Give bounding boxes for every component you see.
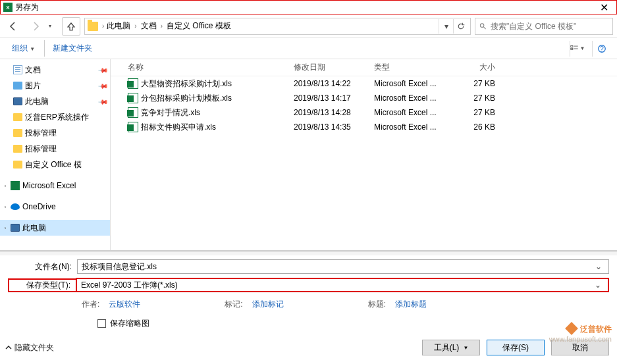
cancel-button[interactable]: 取消 — [551, 340, 609, 355]
file-name: 招标文件购买申请.xls — [141, 122, 216, 133]
thumbnail-row: 保存缩略图 — [8, 317, 609, 336]
folder-icon — [13, 129, 22, 137]
chevron-right-icon[interactable]: › — [3, 225, 8, 231]
up-button[interactable] — [62, 17, 80, 36]
sidebar: 文档📌 图片📌 此电脑📌 泛普ERP系统操作 投标管理 招标管理 自定义 Off… — [0, 59, 111, 250]
filename-field[interactable] — [82, 262, 593, 271]
sidebar-item-label: 投标管理 — [25, 128, 57, 139]
file-type: Microsoft Excel ... — [371, 108, 452, 117]
metadata-row: 作者: 云版软件 标记: 添加标记 标题: 添加标题 — [8, 296, 609, 317]
chevron-up-icon — [5, 344, 12, 351]
column-type[interactable]: 类型 — [371, 62, 452, 73]
sidebar-item-folder[interactable]: 泛普ERP系统操作 — [0, 109, 110, 125]
sidebar-item-this-pc-root[interactable]: ›此电脑 — [0, 220, 110, 236]
address-bar[interactable]: › 此电脑 › 文档 › 自定义 Office 模板 ▾ — [84, 18, 471, 35]
pc-icon — [11, 224, 20, 232]
file-name: 大型物资招标采购计划.xls — [141, 78, 232, 90]
file-row[interactable]: 分包招标采购计划模板.xls2019/8/13 14:17Microsoft E… — [111, 91, 617, 105]
crumb-documents[interactable]: 文档 — [138, 19, 159, 33]
thumbnail-checkbox[interactable] — [97, 319, 106, 328]
filename-input[interactable]: ⌄ — [77, 259, 609, 274]
file-row[interactable]: 招标文件购买申请.xls2019/8/13 14:35Microsoft Exc… — [111, 120, 617, 134]
picture-icon — [13, 82, 22, 90]
file-date: 2019/8/13 14:35 — [291, 122, 371, 132]
sidebar-item-label: OneDrive — [22, 202, 56, 211]
back-button[interactable] — [4, 17, 22, 36]
chevron-right-icon[interactable]: › — [3, 204, 8, 210]
search-icon — [479, 22, 487, 30]
file-type: Microsoft Excel ... — [371, 79, 452, 88]
help-button[interactable]: ? — [592, 41, 610, 57]
pin-icon: 📌 — [98, 65, 109, 75]
filename-label: 文件名(N): — [8, 261, 77, 273]
sidebar-item-pictures[interactable]: 图片📌 — [0, 78, 110, 93]
refresh-icon[interactable] — [453, 19, 468, 34]
hide-folders-button[interactable]: 隐藏文件夹 — [5, 342, 54, 353]
folder-icon — [88, 22, 98, 31]
chevron-right-icon[interactable]: › — [3, 183, 8, 189]
close-icon[interactable]: ✕ — [595, 1, 614, 14]
svg-line-1 — [483, 26, 485, 28]
xls-file-icon — [128, 122, 138, 132]
dropdown-icon[interactable]: ⌄ — [593, 262, 604, 271]
xls-file-icon — [128, 78, 138, 89]
sidebar-item-onedrive[interactable]: ›OneDrive — [0, 199, 110, 215]
file-date: 2019/8/13 14:17 — [291, 93, 371, 103]
file-name: 分包招标采购计划模板.xls — [141, 93, 232, 104]
sidebar-item-folder[interactable]: 投标管理 — [0, 125, 110, 141]
new-folder-button[interactable]: 新建文件夹 — [44, 40, 97, 57]
forward-button[interactable] — [26, 17, 45, 36]
filetype-value: Excel 97-2003 工作簿(*.xls) — [81, 280, 592, 291]
tag-label: 标记: — [225, 299, 242, 310]
separator — [0, 250, 617, 255]
sidebar-item-label: Microsoft Excel — [22, 181, 76, 190]
sidebar-item-this-pc[interactable]: 此电脑📌 — [0, 93, 110, 109]
search-input[interactable] — [475, 18, 613, 35]
organize-button[interactable]: 组织 ▼ — [7, 40, 40, 57]
search-field[interactable] — [491, 22, 608, 31]
dropdown-icon[interactable]: ▾ — [439, 19, 453, 34]
sidebar-item-label: 图片 — [25, 80, 41, 91]
form-area: 文件名(N): ⌄ 保存类型(T): Excel 97-2003 工作簿(*.x… — [0, 255, 617, 336]
view-mode-button[interactable]: ▼ — [570, 41, 588, 57]
tag-value[interactable]: 添加标记 — [252, 299, 284, 310]
title-meta-value[interactable]: 添加标题 — [395, 299, 427, 310]
tools-button[interactable]: 工具(L)▼ — [422, 340, 480, 355]
hide-folders-label: 隐藏文件夹 — [14, 342, 54, 353]
filetype-select[interactable]: Excel 97-2003 工作簿(*.xls) ⌄ — [76, 278, 609, 292]
button-row: 隐藏文件夹 工具(L)▼ 保存(S) 取消 — [0, 336, 617, 361]
dropdown-icon[interactable]: ⌄ — [592, 280, 604, 290]
chevron-right-icon: › — [161, 22, 163, 30]
sidebar-item-excel[interactable]: ›Microsoft Excel — [0, 178, 110, 194]
file-type: Microsoft Excel ... — [371, 122, 452, 132]
breadcrumb: 此电脑 › 文档 › 自定义 Office 模板 — [104, 19, 233, 33]
title-bar: X 另存为 ✕ — [0, 0, 617, 14]
thumbnail-label[interactable]: 保存缩略图 — [110, 318, 149, 329]
chevron-right-icon: › — [134, 22, 136, 30]
crumb-current[interactable]: 自定义 Office 模板 — [164, 19, 234, 33]
sidebar-item-label: 招标管理 — [25, 143, 57, 155]
sidebar-item-folder[interactable]: 自定义 Office 模 — [0, 157, 110, 172]
svg-rect-2 — [571, 45, 573, 47]
pin-icon: 📌 — [98, 80, 109, 91]
author-value[interactable]: 云版软件 — [109, 299, 140, 310]
main-area: 文档📌 图片📌 此电脑📌 泛普ERP系统操作 投标管理 招标管理 自定义 Off… — [0, 59, 617, 250]
column-name[interactable]: 名称 — [125, 62, 291, 73]
column-date[interactable]: 修改日期 — [291, 62, 371, 73]
excel-icon: X — [3, 3, 13, 12]
svg-text:?: ? — [600, 44, 604, 52]
save-button[interactable]: 保存(S) — [487, 340, 545, 355]
file-row[interactable]: 竞争对手情况.xls2019/8/13 14:28Microsoft Excel… — [111, 105, 617, 120]
file-row[interactable]: 大型物资招标采购计划.xls2019/8/13 14:22Microsoft E… — [111, 76, 617, 91]
column-size[interactable]: 大小 — [452, 62, 498, 73]
crumb-this-pc[interactable]: 此电脑 — [104, 19, 133, 33]
file-date: 2019/8/13 14:28 — [291, 108, 371, 117]
file-size: 27 KB — [452, 93, 498, 103]
folder-icon — [13, 113, 22, 121]
file-name: 竞争对手情况.xls — [141, 107, 200, 118]
pc-icon — [13, 97, 22, 105]
file-list: 名称 修改日期 类型 大小 大型物资招标采购计划.xls2019/8/13 14… — [111, 59, 617, 250]
history-dropdown-icon[interactable]: ▾ — [49, 23, 58, 29]
sidebar-item-documents[interactable]: 文档📌 — [0, 62, 110, 78]
sidebar-item-folder[interactable]: 招标管理 — [0, 141, 110, 157]
